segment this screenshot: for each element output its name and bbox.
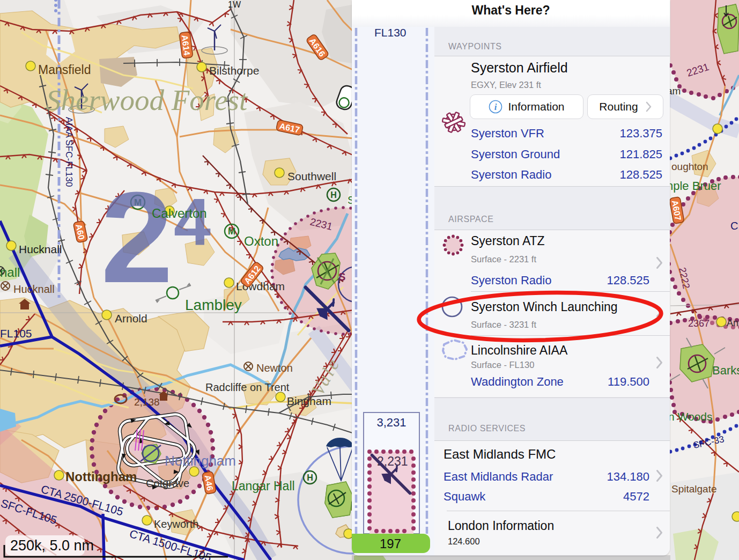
svg-text:1W: 1W <box>228 0 241 9</box>
svg-text:Nottingham: Nottingham <box>65 469 137 484</box>
svg-text:H: H <box>330 190 337 200</box>
svg-text:197: 197 <box>380 536 401 551</box>
svg-text:Hucknall: Hucknall <box>19 243 62 255</box>
svg-text:Lambley: Lambley <box>185 297 242 313</box>
svg-text:n Woods: n Woods <box>668 410 713 423</box>
svg-text:oughton: oughton <box>671 161 708 172</box>
svg-text:i: i <box>494 102 497 112</box>
svg-text:FL130: FL130 <box>374 26 407 39</box>
svg-text:Oxton: Oxton <box>244 234 278 248</box>
svg-text:2: 2 <box>101 165 173 310</box>
svg-text:M: M <box>228 226 235 237</box>
svg-text:Newton: Newton <box>256 362 293 374</box>
svg-text:Hucknall: Hucknall <box>13 283 55 295</box>
svg-text:Sherwood Forest: Sherwood Forest <box>46 84 248 116</box>
svg-text:H: H <box>307 473 313 482</box>
svg-text:Calverton: Calverton <box>152 206 207 220</box>
svg-text:nple Bruer: nple Bruer <box>667 179 721 193</box>
svg-text:3,231: 3,231 <box>376 416 406 429</box>
svg-text:Barks: Barks <box>712 364 739 377</box>
svg-text:Spitalgate: Spitalgate <box>671 483 717 495</box>
svg-text:Bilsthorpe: Bilsthorpe <box>209 64 259 77</box>
svg-text:AIAA SFC-FL130: AIAA SFC-FL130 <box>64 117 74 187</box>
svg-text:Radcliffe on Trent: Radcliffe on Trent <box>205 381 290 393</box>
svg-text:An: An <box>727 318 738 328</box>
svg-text:2,138: 2,138 <box>134 396 160 408</box>
svg-text:Southwell: Southwell <box>287 170 336 182</box>
svg-text:S: S <box>338 271 345 283</box>
svg-text:Cotgrave: Cotgrave <box>146 477 189 489</box>
svg-text:4: 4 <box>174 185 211 259</box>
svg-text:Mansfield: Mansfield <box>38 63 91 77</box>
svg-text:Arnold: Arnold <box>115 312 147 325</box>
svg-text:Langar Hall: Langar Hall <box>232 479 295 493</box>
svg-text:Nottingham: Nottingham <box>165 453 236 469</box>
svg-text:250k, 5.0 nm: 250k, 5.0 nm <box>10 537 94 554</box>
svg-text:nall: nall <box>0 265 20 279</box>
svg-text:2367: 2367 <box>688 318 710 329</box>
svg-text:Keyworth: Keyworth <box>154 518 198 530</box>
svg-text:C: C <box>730 220 738 232</box>
svg-text:FL105: FL105 <box>0 327 32 340</box>
